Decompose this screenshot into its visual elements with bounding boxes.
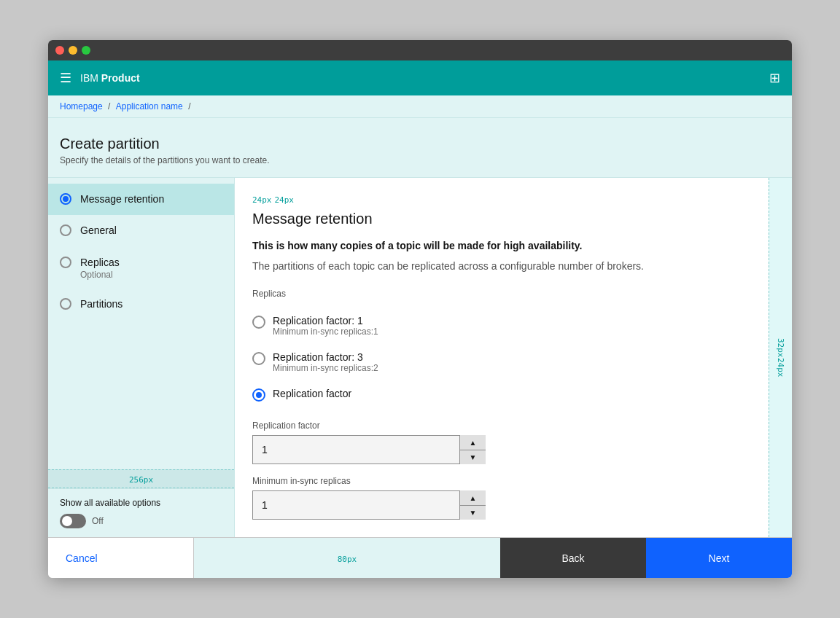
dim-80: 80px [338, 555, 357, 564]
dim-32-right: 32px [776, 338, 785, 358]
next-label: Next [709, 552, 730, 564]
grid-icon[interactable]: ⊞ [769, 70, 780, 86]
footer-spacer: 80px [194, 538, 500, 578]
sidebar-sublabel-replicas: Optional [80, 270, 120, 280]
radio-option-rf-custom[interactable]: Replication factor [252, 380, 751, 409]
sidebar-nav: Message retention General Replicas Optio… [48, 178, 234, 470]
replication-factor-wrapper: ▲ ▼ [252, 435, 486, 464]
sidebar-item-general[interactable]: General [48, 215, 234, 247]
dim-24-top-2: 24px [275, 195, 295, 205]
sidebar-label-message-retention: Message retention [80, 192, 164, 207]
maximize-dot[interactable] [82, 46, 90, 55]
app-window: ☰ IBM Product ⊞ Homepage / Application n… [48, 40, 792, 579]
replication-factor-label: Replication factor [252, 421, 751, 431]
show-options-row: Show all available options [60, 498, 222, 508]
replication-factor-stepper: ▲ ▼ [459, 435, 486, 464]
dim-24-top-1: 24px [252, 195, 272, 205]
nav-left: ☰ IBM Product [60, 70, 140, 86]
page-subtitle: Specify the details of the partitions yo… [60, 155, 780, 165]
min-insync-increment[interactable]: ▲ [460, 490, 486, 506]
window-chrome [48, 40, 792, 60]
top-nav: ☰ IBM Product ⊞ [48, 60, 792, 95]
breadcrumb: Homepage / Application name / [48, 95, 792, 118]
back-label: Back [561, 552, 584, 564]
right-panel: 24px 24px Message retention This is how … [235, 178, 769, 538]
radio-option-rf3[interactable]: Replication factor: 3 Minimum in-sync re… [252, 344, 751, 380]
page-title: Create partition [60, 136, 780, 152]
close-dot[interactable] [55, 46, 64, 55]
radio-title-rf3: Replication factor: 3 [273, 351, 378, 363]
radio-content-rf3: Replication factor: 3 Minimum in-sync re… [273, 351, 378, 373]
breadcrumb-home[interactable]: Homepage [60, 101, 103, 112]
min-insync-group: Minimum in-sync replicas ▲ ▼ [252, 476, 751, 520]
radio-content-rf1: Replication factor: 1 Minimum in-sync re… [273, 315, 378, 337]
radio-sub-rf3: Minimum in-sync replicas:2 [273, 363, 378, 373]
sidebar-label-general: General [80, 224, 117, 238]
radio-title-rf1: Replication factor: 1 [273, 315, 378, 326]
min-insync-input[interactable] [252, 490, 486, 520]
dim-24-right: 24px [776, 358, 785, 378]
next-button[interactable]: Next [646, 538, 792, 578]
radio-option-rf1[interactable]: Replication factor: 1 Minimum in-sync re… [252, 308, 751, 344]
dim-sidebar-width: 256px [129, 475, 153, 485]
minimize-dot[interactable] [69, 46, 77, 55]
breadcrumb-app[interactable]: Application name [116, 101, 183, 112]
min-insync-wrapper: ▲ ▼ [252, 490, 486, 520]
footer-cancel-section: Cancel [48, 538, 194, 578]
radio-circle-rf3 [252, 352, 265, 365]
replication-factor-group: Replication factor ▲ ▼ [252, 421, 751, 464]
panel-title: Message retention [252, 211, 751, 227]
sidebar-item-replicas[interactable]: Replicas Optional [48, 247, 234, 289]
radio-circle-rf-custom [252, 388, 265, 402]
replicas-section-label: Replicas [252, 289, 751, 299]
sidebar-item-message-retention[interactable]: Message retention [48, 184, 234, 216]
min-insync-stepper: ▲ ▼ [459, 490, 486, 520]
min-insync-label: Minimum in-sync replicas [252, 476, 751, 486]
radio-replicas [60, 257, 71, 268]
page-header: Create partition Specify the details of … [48, 118, 792, 178]
hamburger-icon[interactable]: ☰ [60, 70, 71, 86]
footer-bar: Cancel 80px Back Next [48, 537, 792, 578]
radio-content-rf-custom: Replication factor [273, 388, 351, 399]
show-options-toggle[interactable] [60, 514, 86, 528]
toggle-off-label: Off [92, 516, 104, 526]
breadcrumb-sep-2: / [188, 101, 190, 112]
replication-factor-input[interactable] [252, 435, 486, 464]
min-insync-decrement[interactable]: ▼ [460, 506, 486, 520]
radio-sub-rf1: Minimum in-sync replicas:1 [273, 326, 378, 337]
cancel-button[interactable]: Cancel [66, 552, 98, 564]
sidebar-item-partitions[interactable]: Partitions [48, 289, 234, 321]
panel-info-bold: This is how many copies of a topic will … [252, 239, 751, 254]
sidebar-label-replicas: Replicas [80, 256, 120, 270]
replication-radio-group: Replication factor: 1 Minimum in-sync re… [252, 308, 751, 409]
nav-brand: IBM Product [80, 72, 140, 84]
replication-factor-increment[interactable]: ▲ [460, 435, 486, 450]
radio-partitions [60, 298, 71, 310]
breadcrumb-sep-1: / [108, 101, 113, 112]
radio-general [60, 224, 71, 236]
sidebar: Message retention General Replicas Optio… [48, 178, 235, 538]
radio-title-rf-custom: Replication factor [273, 388, 351, 399]
show-options-label: Show all available options [60, 498, 160, 508]
sidebar-bottom: Show all available options Off [48, 488, 234, 537]
radio-circle-rf1 [252, 316, 265, 329]
sidebar-label-partitions: Partitions [80, 297, 122, 312]
brand-name: Product [101, 72, 140, 84]
panel-info-text: The partitions of each topic can be repl… [252, 259, 751, 274]
radio-message-retention [60, 193, 71, 205]
content-wrapper: Message retention General Replicas Optio… [48, 178, 792, 538]
replication-factor-decrement[interactable]: ▼ [460, 450, 486, 465]
back-button[interactable]: Back [500, 538, 646, 578]
